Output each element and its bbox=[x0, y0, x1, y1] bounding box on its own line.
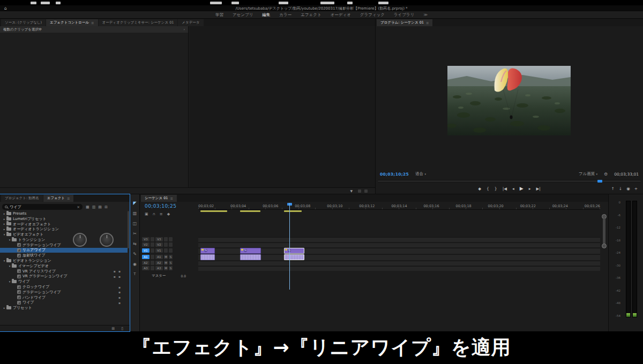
button-editor-button[interactable]: + bbox=[634, 186, 638, 191]
mark-out-button[interactable]: } bbox=[495, 186, 497, 191]
linked-selection-icon[interactable]: ≡ bbox=[160, 212, 163, 216]
tree-transition-band-wipe[interactable]: バンドワイプ▪ bbox=[0, 295, 128, 300]
slip-tool-icon[interactable]: ⇆ bbox=[133, 241, 137, 246]
timeline-timecode[interactable]: 00;03;10;25 bbox=[145, 203, 176, 209]
current-timecode[interactable]: 00;03;10;25 bbox=[380, 172, 409, 177]
tree-folder-audio-effects[interactable]: ▸オーディオエフェクト bbox=[0, 222, 128, 227]
workspace-tab-editing[interactable]: 編集 bbox=[262, 12, 270, 18]
solo-button[interactable]: S bbox=[169, 266, 173, 270]
mute-button[interactable]: M bbox=[164, 255, 168, 259]
filter-32bit-icon[interactable]: ▥ bbox=[92, 205, 96, 209]
new-bin-icon[interactable]: ⊞ bbox=[111, 327, 115, 331]
track-name-button[interactable]: V3 bbox=[155, 237, 163, 241]
monitor-settings-icon[interactable]: ⚙ bbox=[604, 172, 608, 177]
track-name-button[interactable]: A3 bbox=[155, 266, 163, 270]
tab-audio-clip-mixer[interactable]: オーディオクリップミキサー: シーケンス 01 bbox=[99, 19, 178, 26]
video-clip-1[interactable]: fx bbox=[200, 248, 215, 254]
track-name-button[interactable]: V2 bbox=[155, 242, 163, 247]
timeline-vertical-scrollbar[interactable] bbox=[602, 214, 607, 248]
track-name-button[interactable]: A1 bbox=[155, 255, 163, 259]
tab-source-monitor[interactable]: ソース: (クリップなし) bbox=[1, 19, 46, 26]
play-button[interactable]: ▶ bbox=[520, 186, 524, 191]
mark-in-button[interactable]: { bbox=[487, 186, 489, 191]
lock-icon[interactable] bbox=[151, 237, 154, 241]
filter-accelerated-icon[interactable]: ▦ bbox=[86, 205, 89, 209]
tree-folder-video-transitions[interactable]: ▾ビデオトランジション bbox=[0, 258, 128, 263]
master-track-header[interactable]: マスター 0.0 bbox=[142, 274, 197, 278]
tree-folder-audio-transitions[interactable]: ▸オーディオトランジション bbox=[0, 226, 128, 232]
audio-clip-2[interactable] bbox=[240, 254, 261, 260]
source-patch[interactable]: A1 bbox=[142, 255, 149, 259]
panel-menu-icon[interactable]: ≡ bbox=[67, 196, 70, 201]
workspace-tab-effects[interactable]: エフェクト bbox=[301, 12, 321, 18]
tree-effect-vr-iris-wipe[interactable]: VR アイリスワイプ▪▪ bbox=[0, 269, 128, 274]
tree-folder-immersive-video[interactable]: ▾イマーシブビデオ bbox=[0, 263, 128, 269]
go-to-out-button[interactable]: ▶| bbox=[536, 186, 540, 191]
clock-icon[interactable] bbox=[364, 189, 368, 193]
chevron-right-icon[interactable]: › bbox=[183, 27, 185, 32]
tree-folder-wipe[interactable]: ▾ワイプ bbox=[0, 279, 128, 284]
sync-lock-icon[interactable] bbox=[164, 248, 168, 253]
effects-search-input[interactable]: ワイプ × bbox=[2, 204, 83, 210]
delete-icon[interactable]: ▯ bbox=[121, 327, 123, 331]
clear-search-icon[interactable]: × bbox=[77, 205, 80, 209]
tree-effect-vr-gradient-wipe[interactable]: VR グラデーションワイプ▪▪ bbox=[0, 274, 128, 279]
lock-icon[interactable] bbox=[151, 248, 154, 253]
track-lane-a3[interactable] bbox=[198, 266, 600, 271]
source-patch[interactable]: V2 bbox=[142, 242, 149, 247]
lock-icon[interactable] bbox=[151, 255, 154, 259]
type-tool-icon[interactable]: T bbox=[133, 272, 136, 276]
disclosure-icon[interactable]: ▸ bbox=[2, 217, 6, 221]
timeline-ruler[interactable]: 00;03;02 00;03;04 00;03;06 00;03;08 00;0… bbox=[198, 203, 600, 210]
source-patch[interactable]: V3 bbox=[142, 237, 149, 241]
mute-button[interactable]: M bbox=[164, 266, 168, 270]
track-visibility-icon[interactable] bbox=[169, 237, 173, 241]
pen-tool-icon[interactable]: ✎ bbox=[133, 252, 137, 256]
workspace-tab-learning[interactable]: 学習 bbox=[215, 12, 223, 18]
workspace-tab-assembly[interactable]: アセンブリ bbox=[233, 12, 253, 18]
sync-lock-icon[interactable] bbox=[164, 242, 168, 247]
source-patch[interactable]: A3 bbox=[142, 266, 149, 270]
video-clip-3-selected[interactable]: fx bbox=[284, 248, 304, 254]
ripple-edit-tool-icon[interactable]: ◫ bbox=[133, 221, 137, 226]
tree-folder-presets-en[interactable]: ▸Presets bbox=[0, 211, 128, 216]
go-to-in-button[interactable]: |◀ bbox=[503, 186, 507, 191]
track-visibility-icon[interactable] bbox=[169, 248, 173, 253]
tree-folder-lumetri-presets[interactable]: ▸Lumetriプリセット bbox=[0, 216, 128, 222]
panel-menu-icon[interactable]: ≡ bbox=[426, 21, 429, 25]
disclosure-icon[interactable]: ▾ bbox=[2, 233, 6, 236]
disclosure-icon[interactable]: ▸ bbox=[2, 212, 6, 215]
audio-clip-3-selected[interactable] bbox=[284, 254, 304, 260]
tab-sequence-01[interactable]: シーケンス 01 ≡ bbox=[141, 195, 177, 202]
track-select-tool-icon[interactable]: ▥ bbox=[133, 211, 137, 216]
track-name-button[interactable]: A2 bbox=[155, 261, 163, 265]
workspace-tab-color[interactable]: カラー bbox=[279, 12, 291, 18]
disclosure-icon[interactable]: ▾ bbox=[2, 259, 6, 262]
step-forward-button[interactable]: ▸ bbox=[529, 186, 531, 191]
track-name-button[interactable]: V1 bbox=[155, 248, 163, 253]
lock-icon[interactable] bbox=[151, 242, 154, 247]
mute-button[interactable]: M bbox=[164, 261, 168, 265]
lock-icon[interactable] bbox=[151, 261, 154, 265]
track-lane-v3[interactable] bbox=[198, 237, 600, 242]
track-visibility-icon[interactable] bbox=[169, 242, 173, 247]
scrollbar-handle[interactable] bbox=[603, 218, 605, 244]
disclosure-icon[interactable]: ▾ bbox=[8, 238, 12, 241]
disclosure-icon[interactable]: ▸ bbox=[2, 306, 6, 309]
hand-tool-icon[interactable]: ◉ bbox=[133, 262, 137, 267]
video-clip-2[interactable]: fx bbox=[240, 248, 261, 254]
filter-yuv-icon[interactable]: ▤ bbox=[98, 205, 102, 209]
playhead-line[interactable] bbox=[289, 203, 290, 290]
export-frame-button[interactable]: ◉ bbox=[626, 186, 630, 191]
nest-sequence-icon[interactable]: ▣ bbox=[145, 212, 148, 216]
source-patch[interactable]: V1 bbox=[142, 248, 149, 253]
extract-button[interactable]: ↓ bbox=[619, 186, 622, 191]
disclosure-icon[interactable]: ▾ bbox=[8, 280, 12, 283]
tree-transition-clock-wipe[interactable]: クロックワイプ▪ bbox=[0, 284, 128, 290]
playhead-marker[interactable] bbox=[597, 180, 602, 183]
audio-clip-1[interactable] bbox=[200, 254, 215, 260]
panel-menu-icon[interactable]: ≡ bbox=[91, 21, 94, 25]
disclosure-icon[interactable]: ▸ bbox=[2, 228, 6, 231]
workspace-tab-libraries[interactable]: ライブラリ bbox=[394, 12, 414, 18]
snap-icon[interactable]: ∩ bbox=[153, 212, 155, 216]
